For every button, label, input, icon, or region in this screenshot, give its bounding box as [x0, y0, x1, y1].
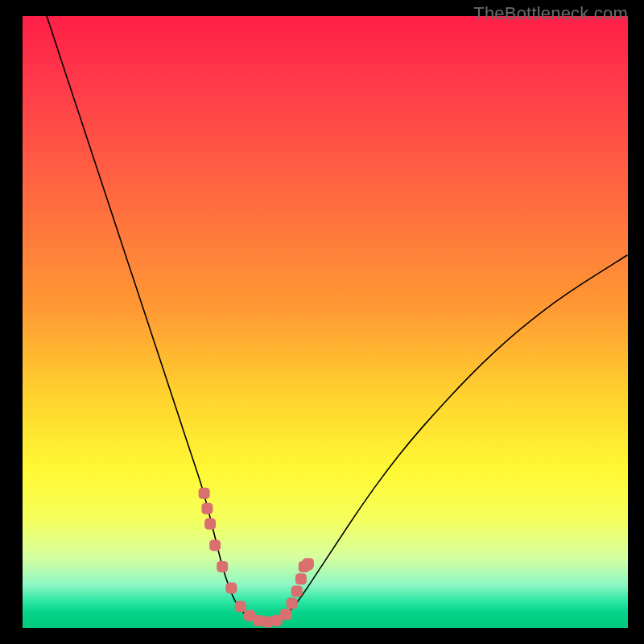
bottleneck-curve [47, 16, 628, 621]
highlight-dot [217, 561, 228, 572]
highlight-dot [235, 601, 246, 612]
highlight-dot [280, 609, 291, 620]
highlight-dot [303, 558, 314, 569]
highlight-dot [204, 518, 216, 530]
chart-frame [23, 16, 628, 628]
watermark-text: TheBottleneck.com [473, 3, 628, 24]
highlight-dot [199, 488, 210, 499]
highlight-dot [291, 585, 303, 597]
highlight-dot [225, 583, 237, 594]
highlight-dot [209, 539, 221, 551]
highlight-dot [287, 598, 298, 609]
highlight-dots [199, 488, 314, 628]
plot-svg [23, 16, 628, 628]
highlight-dot [295, 573, 307, 584]
highlight-dot [201, 503, 213, 514]
